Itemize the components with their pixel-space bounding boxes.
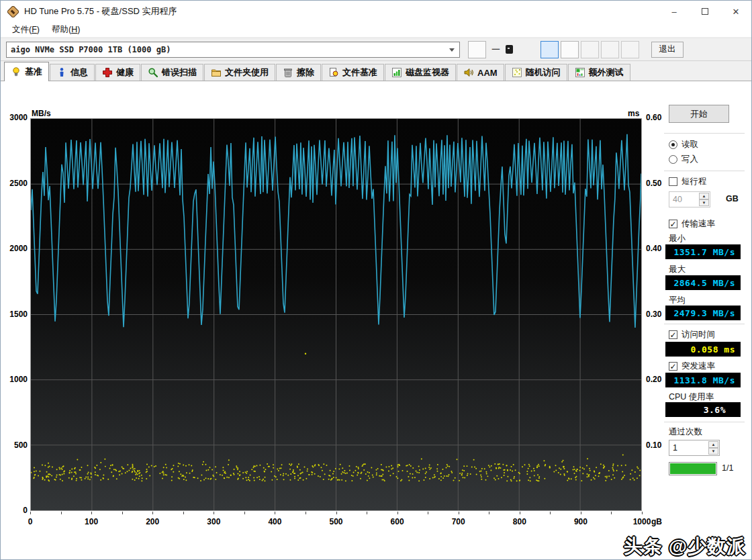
short-stroke-checkbox[interactable]: 短行程 [669, 176, 707, 187]
x-tick: 0 [28, 517, 33, 526]
y-right-tick: 0.10 [646, 440, 661, 450]
pass-count-label: 通过次数 [669, 426, 702, 438]
y-right-tick: 0.40 [646, 244, 661, 253]
download-button[interactable] [621, 41, 639, 58]
x-tick: 100 [85, 517, 98, 526]
menu-bar: 文件(F) 帮助(H) [1, 22, 751, 38]
cpu-usage-value: 3.6% [665, 402, 741, 417]
tab-AAM[interactable]: AAM [457, 64, 504, 81]
tab-label: 额外测试 [589, 66, 624, 79]
tab-基准[interactable]: 基准 [4, 62, 49, 81]
tab-label: 基准 [25, 66, 42, 78]
temperature-value: 一 [491, 44, 500, 56]
access-time-checkbox[interactable]: ✓访问时间 [669, 329, 715, 340]
x-minor-tick [306, 512, 306, 514]
tab-随机访问[interactable]: 随机访问 [505, 64, 567, 81]
x-tick: 600 [391, 517, 404, 526]
tab-信息[interactable]: 信息 [50, 64, 95, 81]
x-tick: 700 [452, 517, 465, 526]
x-tick: 1000 [633, 517, 651, 526]
exit-button[interactable]: 退出 [651, 42, 684, 58]
tab-label: AAM [477, 68, 498, 78]
trash-icon [283, 67, 293, 78]
temperature-button[interactable] [468, 41, 486, 58]
x-minor-tick [397, 512, 398, 514]
y-right-tick: 0.30 [646, 310, 661, 319]
x-minor-tick [520, 512, 520, 514]
x-minor-tick [152, 512, 153, 514]
tab-额外测试[interactable]: 额外测试 [568, 64, 630, 81]
tab-label: 健康 [116, 66, 134, 79]
tab-擦除[interactable]: 擦除 [276, 64, 321, 81]
menu-help[interactable]: 帮助(H) [46, 22, 86, 38]
radio-icon [669, 140, 677, 149]
y-left-tick: 1500 [1, 310, 28, 319]
y-left-tick: 1000 [1, 375, 28, 384]
x-minor-tick [642, 512, 643, 514]
progress-fill [670, 463, 716, 474]
percent-button[interactable] [601, 41, 619, 58]
access-time-value: 0.058 ms [665, 342, 741, 357]
separator [664, 133, 745, 134]
maximize-button[interactable] [690, 1, 720, 22]
x-tick: 800 [513, 517, 526, 526]
transfer-rate-checkbox[interactable]: ✓传输速率 [669, 218, 715, 230]
y-left-tick: 0 [1, 506, 28, 515]
bulb-icon [11, 66, 21, 77]
pass-count-spinner[interactable]: 1 ▲▼ [669, 440, 720, 456]
tab-磁盘监视器[interactable]: 磁盘监视器 [385, 64, 456, 81]
benchmark-view: MB/s ms 300025002000150010005000 0.600.5… [1, 81, 751, 560]
benchmark-panel: 开始 读取 写入 短行程 40 ▲▼ GB ✓传输速率 最小 1351.7 MB… [664, 81, 751, 560]
progress-label: 1/1 [722, 463, 733, 473]
write-radio[interactable]: 写入 [669, 154, 698, 165]
x-minor-tick [581, 512, 581, 514]
menu-file[interactable]: 文件(F) [6, 22, 46, 38]
max-label: 最大 [669, 264, 686, 275]
min-value: 1351.7 MB/s [665, 244, 741, 259]
tab-label: 随机访问 [526, 66, 561, 79]
benchmark-chart [31, 119, 641, 510]
y-right-tick: 0.60 [646, 113, 661, 122]
y-left-tick: 2500 [1, 179, 28, 188]
x-minor-tick [183, 512, 184, 514]
x-minor-tick [336, 512, 337, 514]
x-minor-tick [367, 512, 367, 514]
tab-健康[interactable]: 健康 [95, 64, 140, 81]
x-minor-tick [275, 512, 275, 514]
x-tick: 300 [207, 517, 220, 526]
minimize-button[interactable]: – [659, 1, 690, 22]
y-right-tick: 0.20 [646, 375, 661, 384]
y-right-tick: 0.50 [646, 179, 661, 188]
x-minor-tick [489, 512, 489, 514]
tab-文件夹使用[interactable]: 文件夹使用 [204, 64, 275, 81]
min-label: 最小 [669, 233, 686, 244]
tab-错误扫描[interactable]: 错误扫描 [141, 64, 203, 81]
close-button[interactable]: ✕ [720, 1, 751, 22]
screenshot-button[interactable] [581, 41, 599, 58]
separator [664, 324, 745, 324]
maximize-icon [702, 8, 708, 15]
x-axis-unit: gB [651, 517, 662, 526]
y-left-axis-title: MB/s [32, 109, 51, 118]
read-radio[interactable]: 读取 [669, 139, 698, 150]
temperature-display: 一 [491, 44, 518, 56]
copy-text-button[interactable] [540, 41, 559, 58]
checkbox-checked-icon: ✓ [669, 220, 677, 228]
app-icon [7, 6, 19, 17]
tab-文件基准[interactable]: 文件基准 [322, 64, 384, 81]
separator [664, 422, 745, 422]
spinner-arrows[interactable]: ▲▼ [708, 441, 718, 455]
x-tick: 500 [329, 517, 342, 526]
spinner-arrows[interactable]: ▲▼ [699, 193, 709, 206]
extra-tests-icon [575, 67, 585, 78]
x-minor-tick [428, 512, 428, 514]
cpu-usage-label: CPU 使用率 [669, 391, 714, 403]
burst-rate-checkbox[interactable]: ✓突发速率 [669, 361, 715, 372]
short-stroke-spinner[interactable]: 40 ▲▼ [669, 191, 710, 207]
checkbox-icon [669, 177, 677, 186]
copy-image-button[interactable] [561, 41, 579, 58]
watermark: 头条 @少数派 [624, 534, 746, 559]
start-button[interactable]: 开始 [669, 105, 729, 123]
drive-select[interactable]: aigo NVMe SSD P7000 1TB (1000 gB) [6, 42, 460, 58]
avg-value: 2479.3 MB/s [665, 306, 741, 320]
